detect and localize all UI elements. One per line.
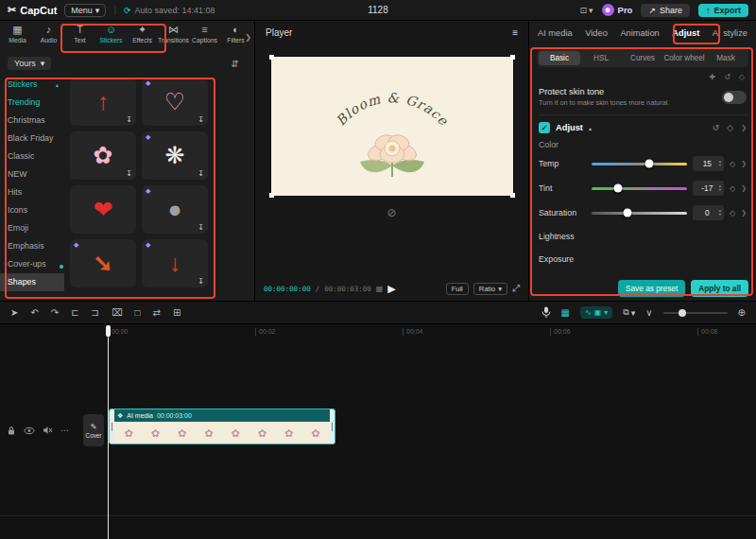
- sticker-item-flower[interactable]: ✿ ↧: [70, 131, 136, 180]
- frame-view-icon[interactable]: ▦: [376, 285, 384, 293]
- reset-icon[interactable]: ↺: [713, 123, 720, 132]
- expand-icon[interactable]: ❯: [741, 184, 747, 192]
- apply-to-all-button[interactable]: Apply to all: [691, 280, 748, 297]
- tab-transitions[interactable]: ⋈ Transitions: [158, 24, 189, 53]
- display-mode-button[interactable]: ⊡ ▾: [579, 6, 593, 15]
- share-button[interactable]: ↗ Share: [641, 4, 690, 17]
- pro-badge[interactable]: ☻ Pro: [602, 4, 633, 16]
- split-right-icon[interactable]: ⊐: [92, 308, 99, 318]
- delete-icon[interactable]: ⌧: [112, 308, 123, 318]
- tint-value-box[interactable]: -17 ▴ ▾: [693, 181, 724, 196]
- download-icon[interactable]: ↧: [198, 115, 204, 124]
- keyframe-icon[interactable]: ◇: [739, 73, 745, 81]
- subtab-color-wheel[interactable]: Color wheel: [663, 51, 705, 65]
- tab-animation[interactable]: Animation: [620, 28, 659, 38]
- sticker-item-glossy-heart[interactable]: ❤: [70, 185, 136, 234]
- chevron-down-icon[interactable]: ∨: [645, 308, 652, 318]
- subtab-curves[interactable]: Curves: [622, 51, 663, 65]
- tab-media[interactable]: ▦ Media: [2, 24, 33, 53]
- category-cover-ups[interactable]: Cover-ups: [0, 255, 64, 273]
- player-menu-icon[interactable]: ≡: [512, 27, 518, 38]
- play-button[interactable]: ▶: [387, 283, 395, 295]
- keyframe-icon[interactable]: ◇: [730, 184, 735, 193]
- download-icon[interactable]: ↧: [126, 169, 132, 178]
- category-black-friday[interactable]: Black Friday: [0, 130, 64, 148]
- edit-cover-button[interactable]: ✎ Cover: [83, 414, 104, 446]
- toolbar-expand-icon[interactable]: ❯: [245, 33, 251, 42]
- tint-slider[interactable]: [592, 187, 687, 190]
- clip-trim-handle-left[interactable]: [110, 409, 114, 443]
- selection-handle[interactable]: [510, 193, 515, 198]
- keyframe-icon[interactable]: ◇: [730, 209, 735, 217]
- collapse-icon[interactable]: ▴: [589, 125, 592, 131]
- playhead[interactable]: [108, 325, 109, 539]
- protect-skin-tone-toggle[interactable]: [722, 91, 747, 104]
- redo-icon[interactable]: ↷: [51, 308, 59, 318]
- toggle-visibility-icon[interactable]: [24, 426, 35, 435]
- sticker-item-moon[interactable]: ◆ ● ↧: [142, 185, 208, 234]
- category-shapes[interactable]: Shapes: [0, 273, 64, 291]
- lock-track-icon[interactable]: [7, 426, 16, 435]
- fullscreen-icon[interactable]: ⤢: [512, 283, 520, 294]
- category-trending[interactable]: Trending: [0, 94, 64, 112]
- expand-icon[interactable]: ❯: [741, 124, 747, 131]
- timeline-area[interactable]: 00:00 00:02 00:04 00:06 00:08 ⋯ ✎: [0, 325, 756, 539]
- track-more-icon[interactable]: ⋯: [60, 426, 69, 435]
- sticker-item-curved-arrow[interactable]: ◆ ➘: [70, 239, 136, 287]
- temp-value-box[interactable]: 15 ▴ ▾: [693, 156, 724, 171]
- zoom-slider-handle[interactable]: [679, 309, 686, 317]
- ai-media-clip[interactable]: ❖ AI media 00:00:03:00 ✿ ✿ ✿ ✿ ✿ ✿ ✿ ✿: [109, 409, 335, 444]
- split-left-icon[interactable]: ⊏: [71, 308, 78, 318]
- category-emphasis[interactable]: Emphasis: [0, 237, 64, 255]
- category-new[interactable]: NEW: [0, 165, 64, 183]
- mute-track-icon[interactable]: [43, 426, 53, 435]
- temp-slider[interactable]: [592, 163, 687, 165]
- mirror-icon[interactable]: ⇄: [153, 308, 161, 318]
- selection-handle[interactable]: [510, 55, 515, 60]
- subtab-basic[interactable]: Basic: [539, 51, 580, 65]
- tab-stickers[interactable]: ☺ Stickers: [95, 24, 127, 53]
- saturation-slider[interactable]: [592, 212, 687, 215]
- tab-ai-stylize[interactable]: AI stylize: [713, 28, 747, 38]
- export-button[interactable]: ↑ Export: [698, 4, 748, 17]
- category-emoji[interactable]: Emoji: [0, 219, 64, 237]
- tab-ai-media[interactable]: AI media: [538, 28, 573, 38]
- adjust-checkbox[interactable]: ✓: [539, 122, 550, 133]
- timeline-zoom-slider[interactable]: [663, 312, 728, 314]
- tab-effects[interactable]: ✦ Effects: [127, 24, 158, 53]
- linked-clips-dropdown[interactable]: ⧉ ▾: [623, 307, 635, 318]
- stepper-down-icon[interactable]: ▾: [719, 188, 721, 193]
- tab-captions[interactable]: ≡ Captions: [189, 24, 220, 53]
- sticker-item-arrow-down[interactable]: ◆ ↓ ↧: [142, 239, 208, 287]
- tab-text[interactable]: T Text: [64, 24, 95, 53]
- download-icon[interactable]: ↧: [198, 169, 204, 178]
- clip-trim-handle-right[interactable]: [330, 409, 335, 443]
- category-christmas[interactable]: Christmas: [0, 112, 64, 130]
- download-icon[interactable]: ↧: [198, 223, 204, 232]
- tab-video[interactable]: Video: [585, 28, 608, 38]
- subtab-hsl[interactable]: HSL: [580, 51, 622, 65]
- playhead-handle[interactable]: [106, 325, 111, 337]
- expand-icon[interactable]: ❯: [741, 209, 747, 217]
- mic-icon[interactable]: [541, 306, 551, 319]
- saturation-slider-handle[interactable]: [624, 209, 632, 217]
- select-tool-icon[interactable]: ➤: [10, 308, 18, 318]
- download-icon[interactable]: ↧: [126, 115, 132, 124]
- tint-slider-handle[interactable]: [614, 184, 623, 193]
- subtab-mask[interactable]: Mask: [705, 51, 747, 65]
- source-dropdown[interactable]: Yours ▾: [8, 57, 51, 70]
- stepper-down-icon[interactable]: ▾: [719, 164, 721, 168]
- ratio-dropdown[interactable]: Ratio ▾: [473, 283, 507, 295]
- temp-slider-handle[interactable]: [644, 160, 653, 168]
- save-as-preset-button[interactable]: Save as preset: [618, 280, 685, 297]
- category-icons[interactable]: Icons: [0, 201, 64, 219]
- download-icon[interactable]: ↧: [198, 277, 204, 286]
- sticker-item-arrow-up[interactable]: ↑ ↧: [70, 78, 136, 126]
- zoom-fit-icon[interactable]: ⊕: [738, 308, 746, 318]
- sticker-item-scribble-heart[interactable]: ◆ ♡ ↧: [142, 78, 208, 126]
- add-icon[interactable]: ✚: [709, 73, 715, 81]
- expand-icon[interactable]: ❯: [741, 160, 747, 167]
- selection-handle[interactable]: [269, 193, 274, 198]
- mask-icon[interactable]: □: [134, 308, 140, 318]
- sticker-item-white-petals[interactable]: ◆ ❋ ↧: [142, 131, 208, 180]
